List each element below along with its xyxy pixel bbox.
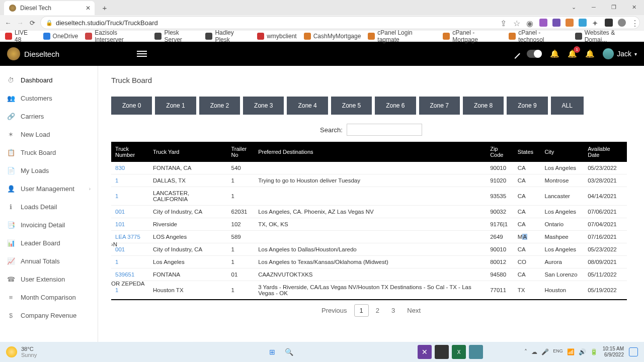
truck-number[interactable]: 001 [111, 206, 149, 218]
sidebar-item-loads-detail[interactable]: ℹLoads Detail [0, 198, 98, 216]
taskbar-app-icon[interactable] [435, 345, 449, 359]
zone-button[interactable]: Zone 5 [331, 97, 372, 115]
column-header[interactable]: Available Date [584, 142, 627, 162]
bookmark-item[interactable]: Plesk Server [154, 29, 198, 43]
bookmark-item[interactable]: CashMyMortgage [304, 33, 361, 40]
column-header[interactable]: Zip Code [486, 142, 514, 162]
bookmark-item[interactable]: LIVE 48 [5, 29, 36, 43]
clock[interactable]: 10:15 AM 6/9/2022 [603, 346, 624, 358]
zone-button[interactable]: Zone 1 [155, 97, 196, 115]
zone-button[interactable]: Zone 9 [507, 97, 547, 115]
ext-icon-4[interactable] [579, 19, 587, 27]
column-header[interactable]: City [540, 142, 584, 162]
table-row[interactable]: 1LANCASTER, CALIFORNIA193535CALancaster0… [111, 187, 627, 206]
truck-number[interactable]: 1 [111, 187, 149, 206]
zone-button[interactable]: Zone 6 [375, 97, 416, 115]
ext-icon-1[interactable] [539, 19, 547, 27]
mic-icon[interactable]: 🎤 [541, 348, 549, 355]
sidebar-item-company-revenue[interactable]: $Company Revenue [0, 306, 98, 324]
profile-avatar[interactable] [618, 19, 626, 27]
sidebar-item-my-loads[interactable]: 📄My Loads [0, 161, 98, 179]
bookmark-item[interactable]: cPanel - Mortgage [443, 29, 502, 43]
column-header[interactable]: Truck Number [111, 142, 149, 162]
maximize-button[interactable]: ❐ [604, 0, 624, 14]
close-icon[interactable]: ✕ [86, 5, 91, 12]
bookmark-item[interactable]: wmybclient [257, 33, 296, 40]
brand[interactable]: Dieseltech [7, 47, 59, 60]
bell-icon[interactable]: 🔔 [550, 49, 559, 58]
prev-button[interactable]: Previous [316, 305, 352, 316]
table-row[interactable]: 539651FONTANA01CAAZNVUTOKTXKS94580CASan … [111, 268, 627, 281]
lang-icon[interactable]: ENG [553, 348, 563, 355]
brush-icon[interactable] [510, 49, 520, 59]
zone-button[interactable]: Zone 0 [111, 97, 152, 115]
menu-icon[interactable]: ⋮ [631, 19, 639, 27]
page-1-button[interactable]: 1 [354, 304, 369, 317]
sidebar-item-carriers[interactable]: 🔗Carriers [0, 107, 98, 125]
zone-button[interactable]: Zone 8 [463, 97, 504, 115]
sidebar-item-dashboard[interactable]: ⏱Dashboard [0, 71, 98, 89]
excel-icon[interactable]: X [452, 345, 466, 359]
ext-icon-2[interactable] [552, 19, 560, 27]
zone-button[interactable]: Zone 4 [287, 97, 328, 115]
search-icon[interactable]: 🔍 [282, 345, 296, 359]
browser-tab[interactable]: Diesel Tech ✕ [4, 1, 95, 15]
next-button[interactable]: Next [402, 305, 426, 316]
table-row[interactable]: 001City of Industry, CA62031Los Angeles,… [111, 206, 627, 218]
zone-button[interactable]: Zone 2 [199, 97, 240, 115]
page-3-button[interactable]: 3 [386, 305, 400, 316]
ext-icon-3[interactable] [566, 19, 574, 27]
truck-number[interactable]: 539651 [111, 268, 149, 281]
sidebar-item-annual-totals[interactable]: 📈Annual Totals [0, 252, 98, 270]
table-row[interactable]: 1Houston TX13 Yards - Riverside, CA/Las … [111, 281, 627, 300]
new-tab-button[interactable]: + [100, 4, 110, 12]
wifi-icon[interactable]: 📶 [567, 348, 575, 355]
truck-number[interactable]: 1 [111, 174, 149, 187]
puzzle-icon[interactable]: ✦ [592, 19, 600, 27]
star-icon[interactable]: ☆ [513, 19, 521, 27]
sidebar-item-user-management[interactable]: 👤User Management› [0, 179, 98, 198]
bookmark-item[interactable]: Websites & Domai... [575, 29, 639, 43]
sidebar-item-invoicing-detail[interactable]: 📑Invoicing Detail [0, 216, 98, 234]
zone-button[interactable]: Zone 3 [243, 97, 284, 115]
bookmark-item[interactable]: cPanel Login tagmate [368, 29, 436, 43]
battery-icon[interactable]: 🔋 [590, 348, 598, 355]
bookmark-item[interactable]: OneDrive [43, 33, 78, 40]
forward-button[interactable]: → [16, 19, 24, 27]
start-button[interactable]: ⊞ [265, 345, 279, 359]
minimize-button[interactable]: ─ [584, 0, 604, 14]
sidebar-item-month-comparison[interactable]: ≡Month Comparison [0, 288, 98, 306]
bell-icon-badge[interactable]: 🔔1 [568, 49, 577, 58]
sidebar-item-truck-board[interactable]: 📋Truck Board [0, 143, 98, 161]
theme-toggle[interactable] [527, 50, 542, 58]
back-button[interactable]: ← [4, 19, 12, 27]
user-menu[interactable]: Jack ▾ [603, 48, 637, 59]
bookmark-item[interactable]: cPanel - technosol [509, 29, 568, 43]
calculator-icon[interactable] [469, 345, 483, 359]
sidebar-item-user-extension[interactable]: ☎User Extension [0, 270, 98, 288]
system-tray[interactable]: ˄ ☁ 🎤 ENG 📶 🔊 🔋 [524, 348, 598, 355]
bookmark-item[interactable]: Hadley Plesk [205, 29, 250, 43]
bookmark-item[interactable]: Eazisols Interserver [85, 29, 147, 43]
column-header[interactable]: Truck Yard [149, 142, 227, 162]
notifications-icon[interactable] [629, 347, 638, 356]
column-header[interactable]: Preferred Destinations [254, 142, 486, 162]
ext-icon-5[interactable] [605, 19, 613, 27]
bell-icon[interactable]: 🔔 [585, 49, 595, 58]
table-row[interactable]: 1Los Angeles1Los Angeles to Texas/Kansas… [111, 256, 627, 268]
taskbar-app-icon[interactable]: ✕ [418, 345, 432, 359]
column-header[interactable]: States [514, 142, 541, 162]
truck-number[interactable]: 830 [111, 162, 149, 174]
sidebar-item-new-load[interactable]: ✶New Load [0, 125, 98, 143]
close-window-button[interactable]: ✕ [624, 0, 644, 14]
onedrive-icon[interactable]: ☁ [531, 348, 537, 355]
share-icon[interactable]: ⇪ [500, 19, 508, 27]
reload-button[interactable]: ⟳ [28, 19, 36, 27]
chevron-down-icon[interactable]: ⌄ [564, 0, 584, 14]
table-row[interactable]: LEA 3775LOS Angeles5892649MAMashpee07/16… [111, 231, 627, 243]
truck-number[interactable]: 101 [111, 218, 149, 231]
truck-number[interactable]: 1 [111, 256, 149, 268]
table-row[interactable]: 101Riverside102TX, OK, KS9176|1CAOntario… [111, 218, 627, 231]
table-row[interactable]: 830FONTANA, CA54090010CALos Angeles05/23… [111, 162, 627, 174]
chevron-up-icon[interactable]: ˄ [524, 348, 527, 355]
